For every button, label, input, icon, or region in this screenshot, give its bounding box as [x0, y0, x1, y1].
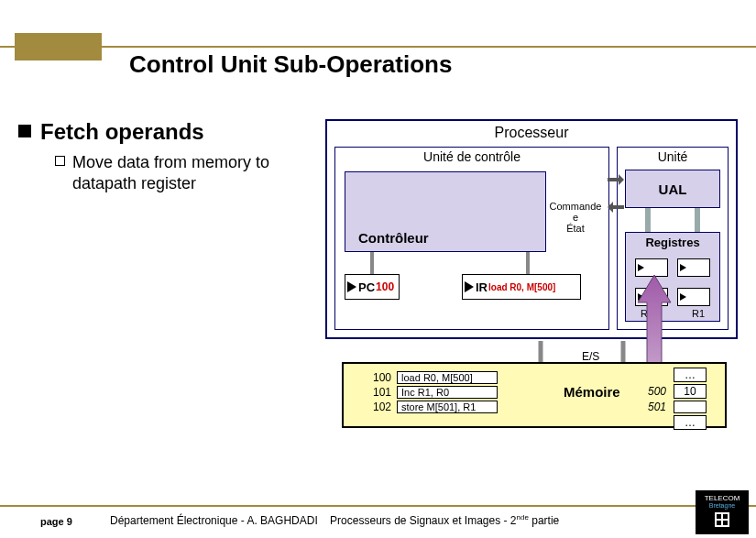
arrow-icon	[465, 281, 474, 292]
code-instr: load R0, M[500]	[397, 371, 498, 384]
reg-slot	[635, 258, 668, 277]
processor-title: Processeur	[327, 125, 736, 141]
pc-register: PC 100	[345, 274, 400, 300]
code-addr: 101	[373, 386, 395, 399]
data-addr: 500	[648, 384, 672, 399]
footer-text: Département Électronique - A. BAGHDADI P…	[110, 513, 559, 527]
svg-rect-10	[717, 521, 721, 525]
alu-box: UAL	[625, 170, 720, 208]
io-connector	[531, 341, 632, 363]
uc-connector	[345, 252, 601, 274]
alu-connector	[645, 208, 651, 232]
arrow-icon	[638, 264, 644, 271]
content-bullets: Fetch operands Move data from memory to …	[18, 119, 312, 195]
header-rule	[0, 46, 756, 48]
page-number: page 9	[40, 516, 72, 527]
svg-rect-11	[723, 521, 728, 525]
arrow-icon	[347, 281, 356, 292]
bullet-sub: Move data from memory to datapath regist…	[72, 152, 312, 195]
reg-slot	[677, 258, 710, 277]
pc-label: PC	[358, 280, 375, 294]
data-val: …	[674, 368, 707, 382]
code-memory: 100load R0, M[500]101Inc R1, R0102store …	[371, 369, 499, 415]
control-unit-box: Unité de contrôle Contrôleur CommandeeÉt…	[334, 147, 609, 330]
bullet-icon	[18, 125, 31, 137]
r1-label: R1	[692, 308, 705, 319]
telecom-logo: TELECOM Bretagne	[696, 490, 749, 534]
ir-register: IR load R0, M[500]	[462, 274, 581, 300]
controller-label: Contrôleur	[358, 230, 429, 246]
data-val	[674, 401, 707, 413]
pc-value: 100	[376, 280, 394, 293]
ir-label: IR	[476, 280, 488, 294]
reg-r1	[677, 288, 710, 306]
memory-box: 100load R0, M[500]101Inc R1, R0102store …	[342, 362, 727, 428]
registers-title: Registres	[626, 233, 719, 249]
arrow-icon	[680, 264, 686, 271]
command-state-label: CommandeeÉtat	[546, 201, 605, 234]
arrow-icon	[680, 293, 686, 301]
page-title: Control Unit Sub-Operations	[129, 50, 452, 79]
exec-unit-title: Unité	[618, 149, 728, 164]
org-logo	[15, 33, 102, 60]
data-addr: 501	[648, 401, 672, 413]
svg-marker-2	[608, 174, 624, 185]
sub-bullet-icon	[55, 156, 65, 166]
code-addr: 100	[373, 371, 395, 384]
memory-label: Mémoire	[564, 384, 620, 400]
data-val: 10	[674, 384, 707, 399]
data-addr	[648, 415, 672, 430]
controller-box: Contrôleur	[345, 171, 546, 252]
code-addr: 102	[373, 401, 395, 413]
svg-rect-8	[717, 514, 721, 519]
control-unit-title: Unité de contrôle	[335, 149, 608, 164]
footer-rule	[0, 505, 756, 507]
svg-rect-9	[723, 514, 728, 519]
svg-marker-3	[608, 202, 624, 213]
data-val: …	[674, 415, 707, 430]
data-addr	[648, 368, 672, 382]
code-instr: Inc R1, R0	[397, 386, 498, 399]
bullet-main: Fetch operands	[40, 119, 204, 145]
exec-unit-box: Unité UAL Registres R0 R1	[617, 147, 729, 330]
cmd-arrows	[608, 167, 624, 231]
data-memory: …50010501…	[646, 366, 708, 432]
code-instr: store M[501], R1	[397, 401, 498, 413]
ir-value: load R0, M[500]	[488, 282, 555, 292]
alu-connector	[695, 208, 700, 232]
processor-box: Processeur Unité de contrôle Contrôleur …	[325, 119, 738, 339]
